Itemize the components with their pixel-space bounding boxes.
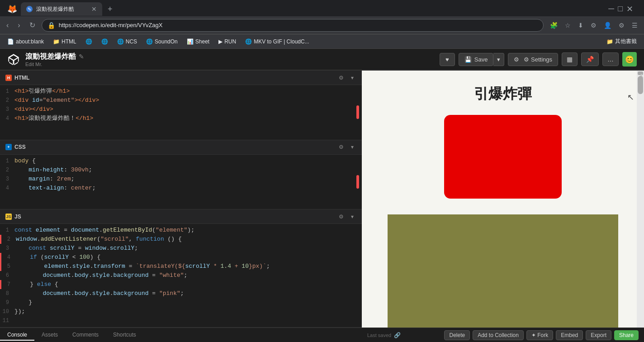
css-scroll-indicator (356, 175, 359, 189)
pen-title: 滾動視差爆炸酷 (25, 52, 76, 62)
settings-button-codepen[interactable]: ⚙ ⚙ Settings (508, 53, 558, 66)
save-dropdown-button[interactable]: ▾ (493, 53, 504, 66)
bookmark-globe2[interactable]: 🌐 (98, 37, 112, 46)
html-code-editor[interactable]: 1 <h1>引爆炸彈</h1> 2 <div id="element"></di… (0, 85, 362, 140)
tab-console[interactable]: Console (0, 330, 34, 341)
save-button[interactable]: 💾 Save (459, 53, 494, 66)
nav-icons: 🧩 ☆ ⬇ ⚙ 👤 ⚙ ☰ (547, 20, 640, 31)
avatar-button[interactable]: 😊 (622, 52, 637, 66)
js-line-3: 3 const scrollY = window.scrollY; (0, 244, 362, 253)
header-right: ♥ 💾 Save ▾ ⚙ ⚙ Settings ▦ 📌 … 😊 (440, 52, 637, 66)
html-line-1: 1 <h1>引爆炸彈</h1> (0, 87, 362, 96)
css-section-actions: ⚙ ▾ (336, 143, 356, 151)
address-bar[interactable]: 🔒 https://codepen.io/edit-mr/pen/VYvZagX (42, 19, 544, 32)
bookmark-html[interactable]: 📁 HTML (49, 37, 80, 46)
js-line-6: 6 document.body.style.background = "whit… (0, 271, 362, 280)
bottom-area: Console Assets Comments Shortcuts Last s… (0, 328, 644, 342)
bookmark-run[interactable]: ▶ RUN (215, 37, 240, 46)
css-code-editor[interactable]: 1 body { 2 min-height: 300vh; 3 margin: … (0, 155, 362, 209)
html-collapse-button[interactable]: ▾ (348, 74, 356, 82)
security-icon: 🔒 (47, 22, 55, 29)
export-button[interactable]: Export (586, 330, 611, 340)
preview-olive-box (388, 214, 618, 328)
save-button-group: 💾 Save ▾ (459, 53, 505, 66)
html-section-header: H HTML ⚙ ▾ (0, 71, 362, 85)
tab-shortcuts[interactable]: Shortcuts (106, 330, 143, 341)
css-line-1: 1 body { (0, 157, 362, 166)
layout-button[interactable]: ▦ (562, 52, 578, 66)
js-collapse-button[interactable]: ▾ (348, 213, 356, 221)
bookmark-star-button[interactable]: ☆ (562, 20, 573, 31)
pin-button[interactable]: 📌 (581, 52, 599, 66)
bookmark-mkv[interactable]: 🌐 MKV to GIF | CloudC... (242, 37, 313, 46)
back-button[interactable]: ‹ (4, 19, 11, 31)
css-collapse-button[interactable]: ▾ (348, 143, 356, 151)
bookmark-about-blank[interactable]: 📄 about:blank (4, 37, 47, 46)
js-line-8: 8 document.body.style.background = "pink… (0, 289, 362, 298)
bookmarks-bar: 📄 about:blank 📁 HTML 🌐 🌐 🌐 NCS 🌐 SoundOn… (0, 34, 644, 49)
avatar-icon: 😊 (625, 55, 634, 64)
downloads-button[interactable]: ⬇ (575, 20, 586, 31)
preview-content: 引爆炸彈 (362, 71, 644, 328)
js-code-editor[interactable]: 1 const element = document.getElementByI… (0, 224, 362, 327)
edit-pen-icon[interactable]: ✎ (79, 53, 84, 60)
share-button[interactable]: Share (614, 330, 639, 340)
delete-button[interactable]: Delete (444, 330, 470, 340)
refresh-button[interactable]: ↻ (27, 19, 38, 31)
close-window-button[interactable]: ✕ (626, 4, 633, 14)
minimize-button[interactable]: ─ (608, 4, 614, 14)
codepen-header: 滾動視差爆炸酷 ✎ Edit Mr. ♥ 💾 Save ▾ ⚙ ⚙ Settin… (0, 49, 644, 71)
js-section-actions: ⚙ ▾ (336, 213, 356, 221)
css-line-4: 4 text-align: center; (0, 184, 362, 193)
html-line-4: 4 <h1>滾動視差爆炸酷！</h1> (0, 114, 362, 123)
bookmark-others[interactable]: 📁 其他書籤 (603, 36, 640, 47)
forward-button[interactable]: › (15, 19, 23, 31)
tab-close-button[interactable]: ✕ (91, 5, 97, 13)
tab-favicon: ✎ (26, 6, 33, 12)
js-line-1: 1 const element = document.getElementByI… (0, 226, 362, 235)
last-saved-link-icon[interactable]: 🔗 (394, 332, 401, 338)
html-settings-button[interactable]: ⚙ (336, 74, 346, 82)
css-label: + CSS (5, 144, 26, 150)
scrollbar-thumb[interactable] (638, 76, 643, 94)
bookmark-soundon[interactable]: 🌐 SoundOn (142, 37, 181, 46)
extensions2-button[interactable]: ⚙ (616, 20, 627, 31)
active-tab[interactable]: ✎ 滾動視差爆炸酷 ✕ (21, 2, 102, 16)
main-area: H HTML ⚙ ▾ 1 <h1>引爆炸彈</h1> 2 <div id="el… (0, 71, 644, 328)
scrollbar-up-arrow[interactable]: ▲ (638, 71, 643, 75)
menu-button[interactable]: ☰ (629, 20, 640, 31)
bottom-right-actions: Last saved 🔗 Delete Add to Collection ✦ … (362, 328, 644, 342)
pen-info: 滾動視差爆炸酷 ✎ Edit Mr. (25, 52, 84, 67)
css-line-2: 2 min-height: 300vh; (0, 166, 362, 175)
js-line-10: 10 }); (0, 307, 362, 316)
css-settings-button[interactable]: ⚙ (336, 143, 346, 151)
bottom-left-tabs: Console Assets Comments Shortcuts (0, 328, 362, 342)
bookmark-sheet[interactable]: 📊 Sheet (183, 37, 213, 46)
heart-button[interactable]: ♥ (440, 53, 455, 66)
js-line-4: 4 if (scrollY < 100) { (0, 253, 362, 262)
more-button[interactable]: … (602, 52, 619, 66)
bookmark-ncs[interactable]: 🌐 NCS (114, 37, 141, 46)
maximize-button[interactable]: □ (618, 4, 623, 14)
js-editor-section: JS JS ⚙ ▾ 1 const element = document.get… (0, 209, 362, 328)
html-label: H HTML (5, 75, 29, 81)
browser-logo: 🦊 (7, 4, 17, 14)
js-label: JS JS (5, 214, 21, 220)
extensions-button[interactable]: 🧩 (547, 20, 560, 31)
pen-subtitle: Edit Mr. (25, 62, 84, 67)
bookmark-globe1[interactable]: 🌐 (82, 37, 96, 46)
tab-comments[interactable]: Comments (65, 330, 106, 341)
codepen-logo (7, 53, 20, 66)
account-button[interactable]: 👤 (601, 20, 614, 31)
embed-button[interactable]: Embed (556, 330, 583, 340)
tab-assets[interactable]: Assets (34, 330, 65, 341)
js-section-header: JS JS ⚙ ▾ (0, 209, 362, 224)
js-settings-button[interactable]: ⚙ (336, 213, 346, 221)
settings-button[interactable]: ⚙ (588, 20, 599, 31)
add-to-collection-button[interactable]: Add to Collection (473, 330, 524, 340)
preview-scrollbar[interactable]: ▲ (637, 71, 644, 328)
heart-icon: ♥ (445, 56, 449, 63)
editor-panel: H HTML ⚙ ▾ 1 <h1>引爆炸彈</h1> 2 <div id="el… (0, 71, 362, 328)
new-tab-button[interactable]: + (104, 5, 116, 14)
fork-button[interactable]: ✦ Fork (526, 330, 553, 340)
